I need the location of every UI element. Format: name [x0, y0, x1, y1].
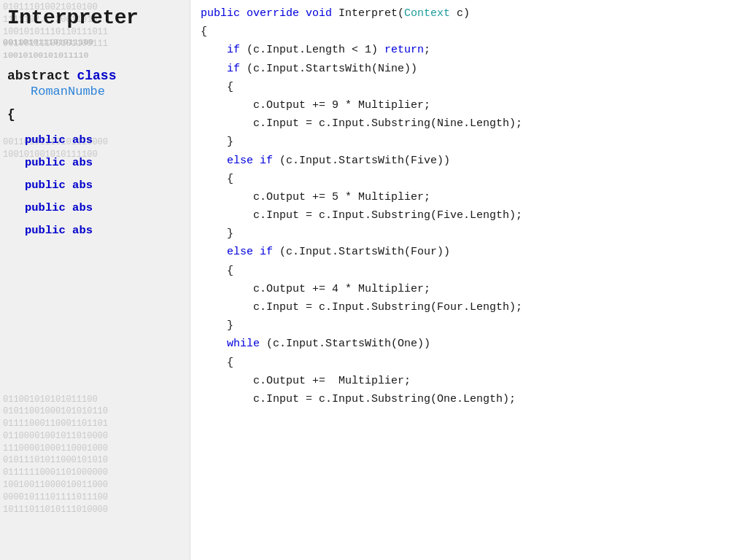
else-if-four-line: else if (c.Input.StartsWith(Four))	[201, 243, 732, 261]
left-panel: 010111010021010100 1111102...200110101 1…	[0, 0, 190, 560]
if-nine-line: if (c.Input.StartsWith(Nine))	[201, 60, 732, 78]
code-block: public override void Interpret(Context c…	[193, 0, 747, 413]
if-length-line: if (c.Input.Length < 1) return;	[201, 41, 732, 59]
output-five-line: c.Output += 5 * Multiplier;	[201, 188, 732, 206]
abstract-class-block: abstract class RomanNumbe	[0, 63, 190, 101]
brace-line-2: {	[201, 78, 732, 96]
abstract-keyword: abstract	[7, 69, 70, 83]
public-abs-lines: public abs public abs public abs public …	[0, 125, 190, 241]
output-nine-line: c.Output += 9 * Multiplier;	[201, 96, 732, 114]
roman-numbe: RomanNumbe	[7, 85, 182, 98]
class-keyword: class	[77, 69, 116, 83]
brace-close-2: }	[201, 225, 732, 243]
brace-line-5: {	[201, 354, 732, 372]
brace-close-1: }	[201, 133, 732, 151]
while-line: while (c.Input.StartsWith(One))	[201, 335, 732, 353]
input-five-line: c.Input = c.Input.Substring(Five.Length)…	[201, 206, 732, 225]
public-abs-4: public abs	[7, 197, 182, 219]
input-four-line: c.Input = c.Input.Substring(Four.Length)…	[201, 298, 732, 316]
right-panel: public override void Interpret(Context c…	[190, 0, 747, 560]
interpreter-title: Interpreter	[0, 3, 190, 34]
public-abs-5: public abs	[7, 219, 182, 242]
left-content: Interpreter 001101011101011100 100101001…	[0, 0, 190, 244]
binary-mid: 001101011101011100 10010100101011110	[0, 36, 190, 62]
else-if-five-line: else if (c.Input.StartsWith(Five))	[201, 152, 732, 170]
brace-line-4: {	[201, 262, 732, 280]
public-abs-1: public abs	[7, 129, 182, 152]
input-nine-line: c.Input = c.Input.Substring(Nine.Length)…	[201, 114, 732, 133]
method-signature-line: public override void Interpret(Context c…	[201, 4, 732, 23]
brace-open-left: {	[0, 104, 190, 125]
output-four-line: c.Output += 4 * Multiplier;	[201, 280, 732, 298]
public-abs-3: public abs	[7, 174, 182, 197]
public-abs-2: public abs	[7, 152, 182, 174]
output-one-line: c.Output += Multiplier;	[201, 372, 732, 390]
brace-line-3: {	[201, 170, 732, 188]
input-one-line: c.Input = c.Input.Substring(One.Length);	[201, 390, 732, 408]
brace-close-3: }	[201, 316, 732, 335]
abstract-class-line: abstract class	[7, 69, 182, 83]
brace-line-1: {	[201, 23, 732, 41]
